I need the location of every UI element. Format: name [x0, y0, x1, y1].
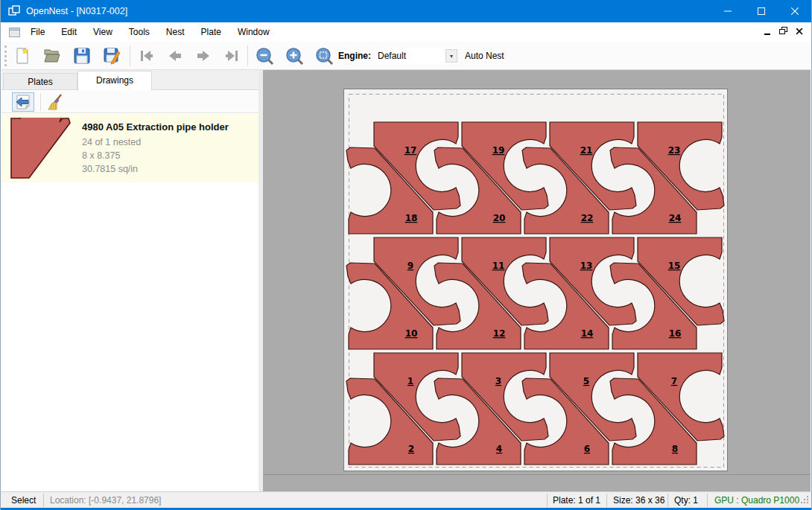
part-number-label: 6	[584, 444, 590, 454]
part-number-label: 15	[668, 261, 681, 271]
last-plate-button[interactable]	[221, 45, 243, 67]
last-icon	[223, 47, 241, 65]
zoom-in-button[interactable]	[283, 45, 305, 67]
part-number-label: 22	[581, 213, 594, 223]
toolbar-grip[interactable]	[4, 45, 7, 66]
minimize-button[interactable]	[711, 0, 744, 22]
nest-canvas[interactable]: 171819202122232491011121314151612345678	[263, 70, 811, 491]
status-qty: Qty: 1	[674, 492, 698, 509]
part-dimensions: 8 x 8.375	[82, 150, 120, 161]
broom-icon	[46, 94, 64, 110]
menu-nest[interactable]: Nest	[158, 22, 193, 42]
part-number-label: 16	[669, 328, 682, 339]
part-number-label: 5	[583, 376, 589, 386]
next-icon	[194, 47, 212, 65]
part-number-label: 13	[580, 261, 593, 271]
status-gpu: GPU : Quadro P1000	[714, 492, 799, 509]
engine-label: Engine:	[338, 42, 371, 70]
open-folder-icon	[43, 47, 61, 65]
first-plate-button[interactable]	[136, 45, 158, 67]
menu-items: FileEditViewToolsNestPlateWindow	[22, 22, 278, 42]
engine-select[interactable]: Default ▾	[374, 48, 457, 64]
mdi-close-icon[interactable]	[793, 26, 806, 38]
window-title: OpenNest - [N0317-002]	[26, 0, 127, 22]
part-number-label: 19	[492, 145, 505, 156]
menu-edit[interactable]: Edit	[53, 22, 85, 42]
next-plate-button[interactable]	[192, 45, 215, 67]
first-icon	[138, 47, 156, 65]
mdi-restore-icon[interactable]	[777, 26, 790, 38]
app-window: OpenNest - [N0317-002] FileEditViewTools…	[0, 0, 812, 510]
part-number-label: 21	[580, 145, 593, 156]
part-number-label: 4	[496, 444, 502, 454]
part-number-label: 24	[669, 213, 682, 223]
part-number-label: 12	[493, 328, 506, 339]
maximize-button[interactable]	[744, 0, 778, 22]
chevron-down-icon[interactable]: ▾	[445, 49, 457, 63]
part-number-label: 7	[671, 376, 677, 386]
part-number-label: 1	[407, 376, 413, 386]
plate-sheet[interactable]: 171819202122232491011121314151612345678	[343, 89, 728, 471]
open-button[interactable]	[41, 45, 63, 67]
previous-icon	[166, 47, 184, 65]
status-plate: Plate: 1 of 1	[553, 492, 600, 509]
save-icon	[73, 47, 91, 65]
menu-view[interactable]: View	[85, 22, 121, 42]
close-button[interactable]	[778, 0, 811, 22]
import-drawing-icon	[14, 95, 32, 109]
drawing-list-item[interactable]: 4980 A05 Extraction pipe holder 24 of 1 …	[1, 114, 258, 182]
menu-file[interactable]: File	[22, 22, 53, 42]
zoom-out-button[interactable]	[253, 45, 276, 67]
part-thumbnail	[10, 118, 72, 182]
part-nested-count: 24 of 1 nested	[82, 137, 141, 147]
new-document-icon	[13, 47, 31, 65]
resize-grip[interactable]	[800, 495, 809, 506]
app-icon	[8, 5, 20, 19]
engine-selected-value: Default	[378, 48, 406, 64]
part-number-label: 8	[672, 444, 678, 454]
panel-tab-strip: Plates Drawings	[1, 70, 258, 90]
mdi-minimize-icon[interactable]	[761, 26, 774, 38]
mdi-child-icon[interactable]	[9, 28, 20, 39]
tab-plates[interactable]: Plates	[3, 73, 77, 90]
status-location: Location: [-0.9437, 21.8796]	[50, 492, 161, 509]
clear-drawings-button[interactable]	[45, 92, 67, 112]
part-number-label: 3	[495, 376, 501, 386]
menu-bar: FileEditViewToolsNestPlateWindow	[1, 22, 811, 42]
import-drawing-button[interactable]	[12, 92, 34, 112]
zoom-extents-icon	[315, 47, 334, 66]
previous-plate-button[interactable]	[164, 45, 186, 67]
part-number-label: 23	[668, 145, 681, 156]
new-nest-button[interactable]	[11, 45, 34, 67]
save-button[interactable]	[71, 45, 93, 67]
main-toolbar: Engine: Default ▾ Auto Nest	[1, 42, 811, 70]
part-number-label: 20	[493, 213, 506, 223]
save-as-icon	[103, 47, 121, 65]
menu-tools[interactable]: Tools	[121, 22, 158, 42]
status-mode: Select	[11, 492, 36, 509]
part-number-label: 14	[581, 328, 594, 339]
nested-parts-layer: 171819202122232491011121314151612345678	[346, 122, 724, 465]
drawings-toolbar	[1, 91, 258, 113]
menu-plate[interactable]: Plate	[193, 22, 229, 42]
auto-nest-button[interactable]: Auto Nest	[465, 42, 504, 70]
part-number-label: 9	[407, 261, 413, 271]
part-number-label: 10	[405, 328, 418, 339]
part-number-label: 2	[408, 444, 414, 454]
part-number-label: 11	[492, 261, 505, 271]
save-as-button[interactable]	[101, 45, 123, 67]
side-panel: Plates Drawings 4980 A05 Extraction pipe…	[1, 70, 263, 491]
menu-window[interactable]: Window	[229, 22, 278, 42]
status-bar: Select Location: [-0.9437, 21.8796] Plat…	[1, 491, 811, 508]
title-bar: OpenNest - [N0317-002]	[1, 0, 811, 22]
part-area: 30.7815 sq/in	[82, 164, 138, 174]
zoom-out-icon	[256, 47, 275, 66]
part-number-label: 17	[405, 145, 417, 156]
tab-drawings[interactable]: Drawings	[77, 71, 152, 91]
zoom-extents-button[interactable]	[313, 45, 335, 67]
canvas-bottom-edge	[263, 474, 811, 475]
part-title: 4980 A05 Extraction pipe holder	[82, 121, 229, 133]
part-number-label: 18	[405, 213, 418, 223]
mdi-window-controls	[761, 26, 806, 38]
status-size: Size: 36 x 36	[613, 492, 664, 509]
